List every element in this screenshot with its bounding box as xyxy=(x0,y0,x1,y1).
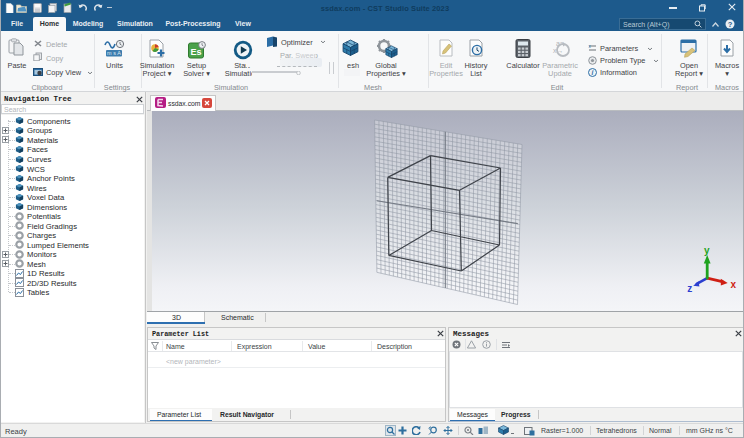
svg-text:i: i xyxy=(592,69,594,76)
svg-text:x: x xyxy=(730,279,736,290)
svg-text:y: y xyxy=(704,245,710,256)
svg-text:?: ? xyxy=(728,20,733,29)
svg-text:z: z xyxy=(687,283,692,294)
svg-text:m s A: m s A xyxy=(107,50,121,56)
